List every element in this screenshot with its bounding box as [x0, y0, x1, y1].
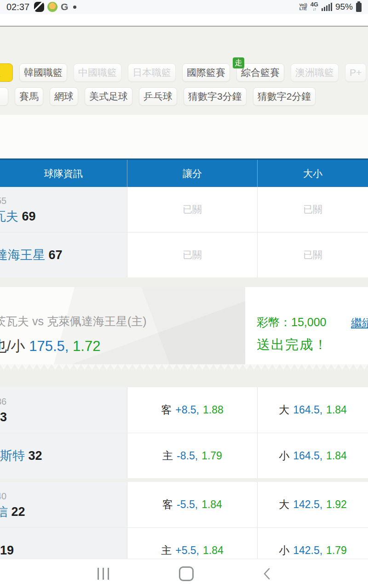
header-team-info: 球隊資訊	[0, 160, 127, 187]
content-top-panel	[0, 115, 368, 158]
bet-point: 142.5,	[293, 498, 322, 511]
spread-odds-cell[interactable]: 客-5.5,1.84	[127, 482, 258, 527]
slip-bet-line: 也/小 175.5, 1.72	[0, 337, 100, 356]
ticket-zigzag-edge	[0, 364, 368, 370]
network-4g-icon: 4G ↓↑	[310, 2, 318, 11]
tab-guess-number-3min[interactable]: 猜數字3分鐘	[184, 87, 247, 106]
tab-tennis[interactable]: 網球	[50, 87, 78, 106]
bet-odds: 1.84	[326, 450, 347, 462]
tab-japan-league: 日本職籃	[128, 63, 176, 82]
lower-odds-table: 36 3 客+8.5,1.88 大164.5,1.84 斯特 32	[0, 387, 368, 573]
coin-balance: 彩幣：15,000	[257, 315, 326, 330]
notification-dot-icon	[73, 6, 76, 9]
tab-korean-league[interactable]: 韓國職籃	[19, 63, 67, 82]
spread-odds-cell[interactable]: 主-8.5,1.79	[127, 433, 258, 478]
tab-international-basketball[interactable]: 國際籃賽	[182, 63, 230, 82]
tab-mixed-basketball[interactable]: 走 綜合籃賽	[236, 63, 284, 82]
tab-table-tennis[interactable]: 乒乓球	[139, 87, 177, 106]
bet-odds: 1.84	[326, 404, 347, 416]
team-score: 22	[12, 505, 25, 519]
bet-side: 主	[162, 449, 173, 463]
network-type: 4G	[310, 2, 318, 7]
team-cell: 55 瓦夫 69	[0, 187, 127, 232]
tab-label: 猜數字3分鐘	[188, 90, 242, 103]
odds-table-header: 球隊資訊 讓分 大小	[0, 158, 368, 187]
tab-horse-racing[interactable]: 賽馬	[15, 87, 43, 106]
closed-label: 已關	[303, 203, 322, 216]
tab-active-partial[interactable]: 籃	[0, 63, 13, 82]
bet-odds: 1.79	[326, 544, 347, 557]
tab-label: 網球	[54, 90, 74, 103]
tab-label: 美式足球	[89, 90, 128, 103]
tab-label: 籃	[0, 66, 0, 79]
status-bar-right: Vo)) LTE 4G ↓↑ 95%	[299, 2, 362, 12]
spread-odds-cell[interactable]: 客+8.5,1.88	[127, 387, 258, 433]
bet-side: 大	[279, 403, 289, 417]
bet-side: 主	[161, 543, 172, 558]
battery-icon	[356, 3, 362, 12]
team-cell: 斯特 32	[0, 433, 127, 478]
continue-link[interactable]: 繼續	[351, 316, 368, 330]
bet-point: -5.5,	[177, 498, 198, 511]
table-row: 40 信 22 客-5.5,1.84 大142.5,1.92	[0, 482, 368, 527]
total-odds-cell[interactable]: 小164.5,1.84	[258, 433, 368, 478]
team-line: 3	[0, 408, 127, 426]
team-cell: 40 信 22	[0, 482, 127, 527]
spread-odds-cell: 已關	[127, 187, 258, 232]
closed-label: 已關	[303, 249, 322, 261]
team-name: 斯特	[0, 449, 25, 463]
battery-percent: 95%	[335, 2, 353, 12]
team-name: 瓦夫	[0, 209, 18, 223]
closed-label: 已關	[183, 249, 202, 261]
home-icon[interactable]	[179, 566, 194, 581]
tab-american-football[interactable]: 美式足球	[85, 87, 132, 106]
bet-odds: 1.72	[73, 338, 100, 354]
tab-label: 韓國職籃	[24, 66, 63, 79]
sports-tabs-area: 籃 韓國職籃 中國職籃 日本職籃 國際籃賽 走 綜合籃賽 澳洲職籃 P+ 球 賽…	[0, 27, 368, 115]
tab-label: P+	[350, 67, 362, 78]
bet-odds: 1.79	[201, 450, 222, 462]
bet-point: -8.5,	[177, 450, 198, 462]
bet-side: 客	[161, 403, 172, 417]
back-icon[interactable]	[263, 567, 270, 580]
total-odds-cell[interactable]: 大164.5,1.84	[258, 387, 368, 433]
live-badge: 走	[233, 57, 244, 68]
team-score: 3	[0, 410, 7, 424]
tab-ball-partial[interactable]: 球	[0, 87, 8, 106]
sports-tab-row-2: 球 賽馬 網球 美式足球 乒乓球 猜數字3分鐘 猜數字2分鐘	[0, 87, 316, 106]
team-line: 19	[0, 542, 127, 559]
android-nav-bar	[0, 559, 368, 588]
bet-slip-ticket: 茨瓦夫 vs 克萊佩達海王星(主) 也/小 175.5, 1.72 彩幣：15,…	[0, 287, 368, 364]
total-odds-cell: 已關	[258, 187, 368, 232]
bet-side: 客	[162, 498, 173, 512]
bet-side: 小	[279, 543, 289, 558]
browser-app-icon	[34, 2, 44, 12]
tab-label: 賽馬	[19, 90, 39, 103]
tab-guess-number-2min[interactable]: 猜數字2分鐘	[253, 87, 316, 106]
status-bar: 02:37 G Vo)) LTE 4G ↓↑ 95%	[0, 0, 368, 14]
clock: 02:37	[6, 2, 29, 12]
upper-odds-table: 球隊資訊 讓分 大小 55 瓦夫 69 已關 已關 達海王星 67 已關	[0, 158, 368, 277]
screen: 02:37 G Vo)) LTE 4G ↓↑ 95% 籃 韓國職籃 中	[0, 0, 368, 588]
team-line: 信 22	[0, 503, 127, 520]
total-odds-cell: 已關	[258, 232, 368, 277]
recents-icon[interactable]	[98, 568, 109, 580]
bet-point: 164.5,	[293, 450, 322, 462]
google-app-icon: G	[61, 2, 68, 12]
team-line: 斯特 32	[0, 447, 127, 464]
tab-label: 猜數字2分鐘	[258, 90, 311, 103]
table-row: 55 瓦夫 69 已關 已關	[0, 187, 368, 232]
tab-australia-league: 澳洲職籃	[291, 63, 339, 82]
team-cell: 36 3	[0, 387, 127, 433]
bet-point: +5.5,	[175, 544, 199, 557]
team-cell: 達海王星 67	[0, 232, 127, 277]
bet-odds: 1.92	[326, 498, 347, 511]
bet-odds: 1.84	[201, 498, 222, 511]
header-spread: 讓分	[127, 160, 258, 187]
match-time: 36	[0, 395, 127, 408]
team-name: 達海王星	[0, 248, 45, 262]
total-odds-cell[interactable]: 大142.5,1.92	[258, 482, 368, 527]
spread-odds-cell: 已關	[127, 232, 258, 277]
match-time: 40	[0, 489, 127, 503]
team-line: 達海王星 67	[0, 246, 127, 264]
